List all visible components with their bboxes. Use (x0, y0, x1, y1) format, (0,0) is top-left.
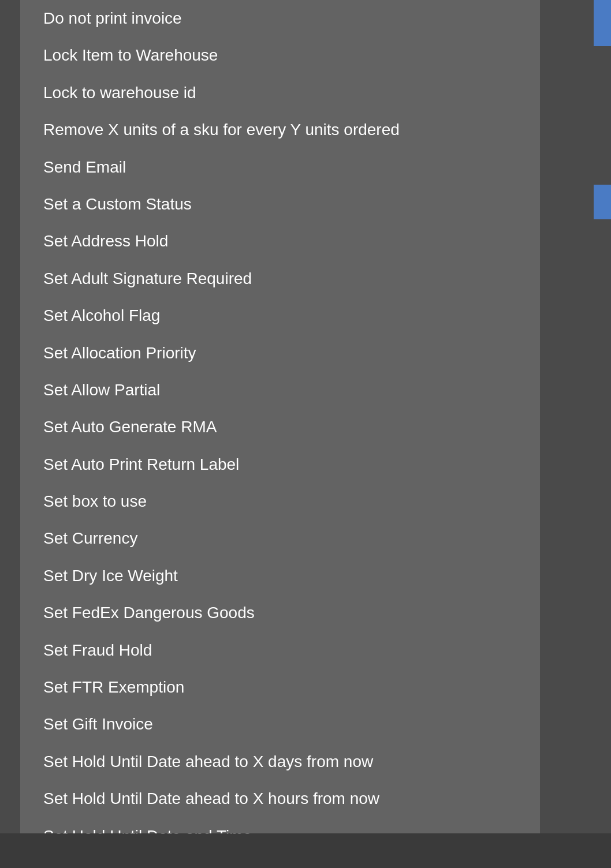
menu-item-set-hold-until-date-ahead-hours[interactable]: Set Hold Until Date ahead to X hours fro… (20, 780, 540, 817)
menu-item-set-gift-invoice[interactable]: Set Gift Invoice (20, 706, 540, 743)
menu-item-send-email[interactable]: Send Email (20, 149, 540, 186)
menu-item-set-ftr-exemption[interactable]: Set FTR Exemption (20, 669, 540, 706)
menu-item-set-currency[interactable]: Set Currency (20, 520, 540, 557)
menu-item-set-allocation-priority[interactable]: Set Allocation Priority (20, 335, 540, 372)
menu-item-lock-item-to-warehouse[interactable]: Lock Item to Warehouse (20, 37, 540, 74)
menu-item-do-not-print-invoice[interactable]: Do not print invoice (20, 0, 540, 37)
menu-item-set-auto-print-return-label[interactable]: Set Auto Print Return Label (20, 446, 540, 483)
menu-item-set-fedex-dangerous-goods[interactable]: Set FedEx Dangerous Goods (20, 594, 540, 631)
menu-item-lock-to-warehouse-id[interactable]: Lock to warehouse id (20, 74, 540, 111)
menu-item-set-box-to-use[interactable]: Set box to use (20, 483, 540, 520)
menu-item-set-adult-signature-required[interactable]: Set Adult Signature Required (20, 260, 540, 297)
menu-item-set-hold-until-date-ahead-days[interactable]: Set Hold Until Date ahead to X days from… (20, 743, 540, 780)
right-strip-blue-accent (594, 0, 611, 46)
menu-item-set-a-custom-status[interactable]: Set a Custom Status (20, 186, 540, 223)
menu-item-set-dry-ice-weight[interactable]: Set Dry Ice Weight (20, 558, 540, 594)
menu-item-set-fraud-hold[interactable]: Set Fraud Hold (20, 632, 540, 669)
menu-item-set-allow-partial[interactable]: Set Allow Partial (20, 372, 540, 409)
right-sidebar (540, 0, 611, 868)
dropdown-menu: Do not print invoiceLock Item to Warehou… (20, 0, 540, 868)
left-sidebar (0, 0, 20, 868)
menu-item-set-alcohol-flag[interactable]: Set Alcohol Flag (20, 297, 540, 334)
bottom-bar (0, 833, 611, 868)
menu-item-set-address-hold[interactable]: Set Address Hold (20, 223, 540, 260)
menu-item-remove-x-units[interactable]: Remove X units of a sku for every Y unit… (20, 111, 540, 148)
menu-item-set-auto-generate-rma[interactable]: Set Auto Generate RMA (20, 409, 540, 446)
right-strip-blue-accent2 (594, 185, 611, 219)
